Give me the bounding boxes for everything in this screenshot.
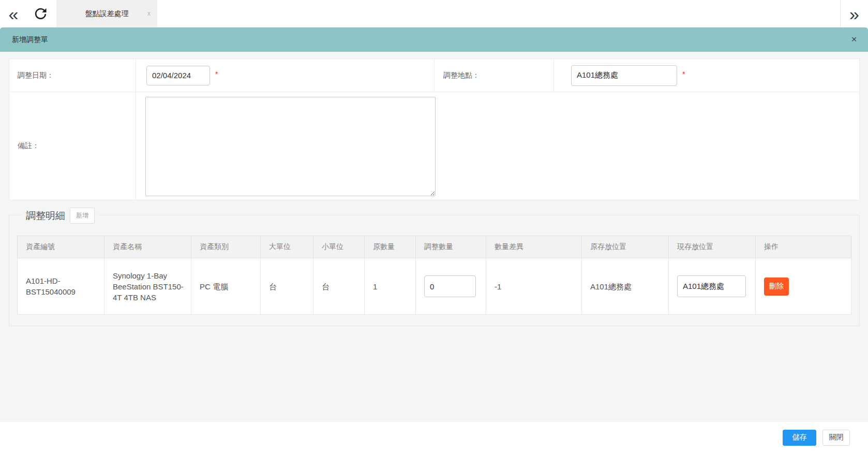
add-row-button[interactable]: 新增 [70,208,95,224]
col-header-location-original: 原存放位置 [582,236,669,258]
cell-asset-no: A101-HD-BST15040009 [18,258,104,315]
col-header-unit-large: 大單位 [261,236,313,258]
collapse-right-button[interactable]: » [840,0,868,27]
details-legend: 調整明細 新增 [22,208,99,224]
notes-field-cell [136,92,859,200]
table-header-row: 資產編號 資產名稱 資產類別 大單位 小單位 原數量 調整數量 數量差異 原存放… [18,236,851,258]
cell-qty-adjust [416,258,486,315]
location-input[interactable] [571,65,677,86]
adjustment-form: 調整日期： * 調整地點： * 備註： [9,59,860,200]
date-input[interactable] [146,66,210,85]
location-current-input[interactable] [677,275,746,297]
required-asterisk: * [682,70,685,78]
col-header-qty-diff: 數量差異 [486,236,582,258]
delete-row-button[interactable]: 刪除 [764,277,789,296]
cell-qty-original: 1 [365,258,416,315]
details-table: 資產編號 資產名稱 資產類別 大單位 小單位 原數量 調整數量 數量差異 原存放… [17,236,851,315]
cell-location-current [669,258,756,315]
cell-location-original: A101總務處 [582,258,669,315]
dialog-footer: 儲存 關閉 [0,422,868,453]
location-field-cell: * [554,59,859,92]
close-button[interactable]: 關閉 [822,430,850,446]
browser-tab-bar: « 盤點誤差處理 x » [0,0,868,27]
collapse-left-button[interactable]: « [3,0,24,27]
col-header-asset-name: 資產名稱 [104,236,191,258]
notes-textarea[interactable] [145,97,436,196]
refresh-button[interactable] [30,0,51,27]
date-label-cell: 調整日期： [9,59,136,92]
col-header-location-current: 現存放位置 [669,236,756,258]
tab-label: 盤點誤差處理 [85,9,129,19]
col-header-actions: 操作 [756,236,851,258]
col-header-asset-no: 資產編號 [18,236,104,258]
qty-adjust-input[interactable] [424,275,476,297]
date-field-cell: * [136,59,435,92]
col-header-qty-original: 原數量 [365,236,416,258]
table-row: A101-HD-BST15040009 Synology 1-Bay BeeSt… [18,258,851,315]
tab-inventory-discrepancy[interactable]: 盤點誤差處理 x [56,0,157,27]
save-button[interactable]: 儲存 [783,430,816,446]
tab-close-icon[interactable]: x [147,10,151,17]
cell-asset-type: PC 電腦 [191,258,261,315]
notes-label-cell: 備註： [9,92,136,200]
dialog-header: 新增調整單 × [0,27,868,52]
details-title: 調整明細 [26,209,65,223]
location-label: 調整地點： [443,71,480,80]
dialog-body: 調整日期： * 調整地點： * 備註： 調整明細 新增 [0,52,868,422]
col-header-asset-type: 資產類別 [191,236,261,258]
col-header-qty-adjust: 調整數量 [416,236,486,258]
dialog-close-icon[interactable]: × [848,34,860,45]
cell-unit-large: 台 [261,258,313,315]
cell-actions: 刪除 [756,258,851,315]
cell-asset-name: Synology 1-Bay BeeStation BST150-4T 4TB … [104,258,191,315]
dialog-title: 新增調整單 [12,35,48,45]
col-header-unit-small: 小單位 [313,236,365,258]
cell-unit-small: 台 [313,258,365,315]
required-asterisk: * [215,70,218,78]
refresh-icon [34,7,47,20]
details-fieldset: 調整明細 新增 資產編號 資產名稱 資產類別 大單位 小單位 原數量 調整數量 … [9,215,860,326]
double-chevron-left-icon: « [9,5,19,23]
double-chevron-right-icon: » [849,5,859,23]
date-label: 調整日期： [18,71,54,80]
notes-label: 備註： [18,141,39,151]
location-label-cell: 調整地點： [435,59,554,92]
cell-qty-diff: -1 [486,258,582,315]
